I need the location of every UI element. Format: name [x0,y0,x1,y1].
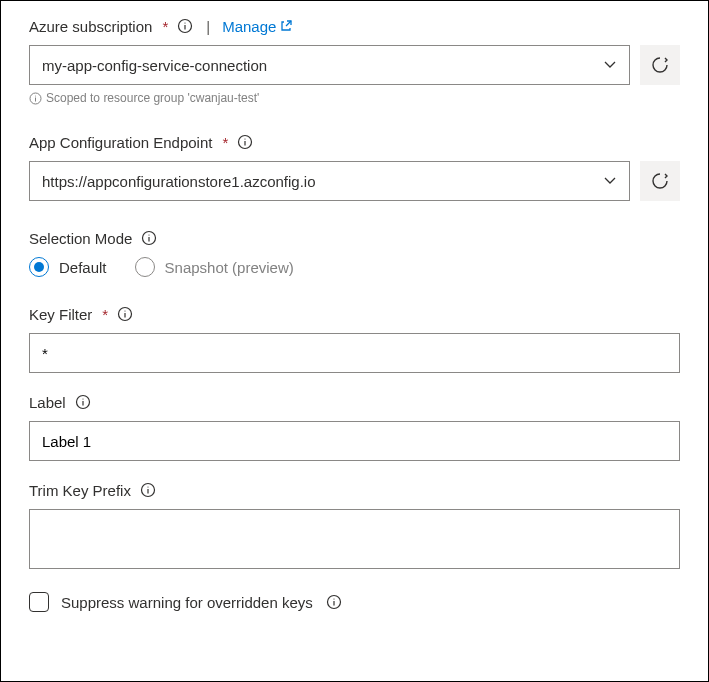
selection-mode-field: Selection Mode Default Snapshot (preview… [29,229,680,277]
subscription-label-row: Azure subscription * | Manage [29,17,680,35]
required-indicator: * [102,306,108,323]
suppress-warning-row: Suppress warning for overridden keys [29,592,680,612]
info-icon[interactable] [176,17,194,35]
endpoint-value: https://appconfigurationstore1.azconfig.… [42,173,316,190]
subscription-label: Azure subscription [29,18,152,35]
endpoint-dropdown[interactable]: https://appconfigurationstore1.azconfig.… [29,161,630,201]
radio-snapshot[interactable]: Snapshot (preview) [135,257,294,277]
subscription-dropdown[interactable]: my-app-config-service-connection [29,45,630,85]
svg-point-13 [125,310,126,311]
endpoint-label: App Configuration Endpoint [29,134,212,151]
config-panel: Azure subscription * | Manage my-app-con… [0,0,709,682]
key-filter-label: Key Filter [29,306,92,323]
external-link-icon [280,18,292,35]
radio-default-label: Default [59,259,107,276]
key-filter-label-row: Key Filter * [29,305,680,323]
required-indicator: * [222,134,228,151]
trim-prefix-input[interactable] [29,509,680,569]
subscription-refresh-button[interactable] [640,45,680,85]
selection-mode-label: Selection Mode [29,230,132,247]
endpoint-label-row: App Configuration Endpoint * [29,133,680,151]
key-filter-input[interactable] [29,333,680,373]
manage-link[interactable]: Manage [222,18,292,35]
info-icon[interactable] [140,229,158,247]
svg-point-16 [82,398,83,399]
svg-point-4 [35,95,36,96]
svg-point-7 [245,138,246,139]
endpoint-input-row: https://appconfigurationstore1.azconfig.… [29,161,680,201]
info-icon[interactable] [236,133,254,151]
radio-snapshot-label: Snapshot (preview) [165,259,294,276]
svg-point-10 [149,234,150,235]
subscription-value: my-app-config-service-connection [42,57,267,74]
svg-point-19 [147,486,148,487]
subscription-field: Azure subscription * | Manage my-app-con… [29,17,680,105]
trim-prefix-label-row: Trim Key Prefix [29,481,680,499]
required-indicator: * [162,18,168,35]
divider: | [206,18,210,35]
chevron-down-icon [603,173,617,190]
radio-default[interactable]: Default [29,257,107,277]
info-icon[interactable] [139,481,157,499]
svg-point-1 [185,22,186,23]
suppress-warning-checkbox[interactable] [29,592,49,612]
subscription-helper-text: Scoped to resource group 'cwanjau-test' [46,91,259,105]
svg-point-22 [333,598,334,599]
subscription-helper: Scoped to resource group 'cwanjau-test' [29,91,680,105]
radio-circle [135,257,155,277]
key-filter-field: Key Filter * [29,305,680,373]
selection-mode-options: Default Snapshot (preview) [29,257,680,277]
info-icon[interactable] [325,593,343,611]
chevron-down-icon [603,57,617,74]
radio-dot [34,262,44,272]
info-icon[interactable] [116,305,134,323]
suppress-warning-label: Suppress warning for overridden keys [61,594,313,611]
label-label: Label [29,394,66,411]
trim-prefix-label: Trim Key Prefix [29,482,131,499]
trim-prefix-field: Trim Key Prefix [29,481,680,572]
info-icon[interactable] [74,393,92,411]
manage-link-text: Manage [222,18,276,35]
label-label-row: Label [29,393,680,411]
selection-mode-label-row: Selection Mode [29,229,680,247]
endpoint-field: App Configuration Endpoint * https://app… [29,133,680,201]
label-input[interactable] [29,421,680,461]
radio-circle-selected [29,257,49,277]
endpoint-refresh-button[interactable] [640,161,680,201]
label-field-group: Label [29,393,680,461]
subscription-input-row: my-app-config-service-connection [29,45,680,85]
